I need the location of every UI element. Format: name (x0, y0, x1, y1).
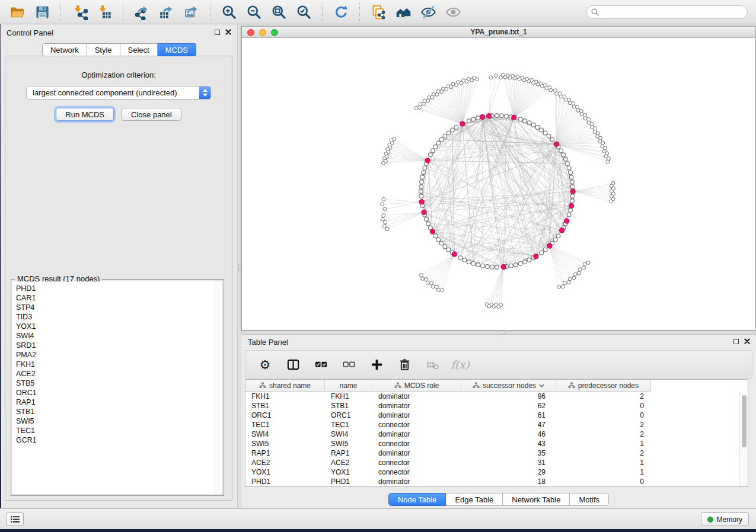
maximize-window-icon[interactable] (271, 29, 278, 36)
dominator-node[interactable] (460, 121, 465, 126)
search-field[interactable] (586, 5, 748, 19)
network-node[interactable] (486, 265, 490, 269)
network-leaf-node[interactable] (436, 289, 440, 292)
network-node[interactable] (547, 134, 551, 138)
tab-mcds[interactable]: MCDS (158, 43, 196, 56)
network-node[interactable] (422, 171, 426, 175)
network-leaf-node[interactable] (583, 262, 586, 266)
network-leaf-node[interactable] (499, 303, 503, 306)
network-node[interactable] (543, 248, 547, 252)
network-leaf-node[interactable] (567, 281, 570, 284)
network-node[interactable] (443, 245, 447, 249)
network-leaf-node[interactable] (425, 278, 428, 281)
dominator-node[interactable] (430, 229, 435, 234)
network-leaf-node[interactable] (420, 274, 423, 277)
network-node[interactable] (471, 117, 476, 121)
column-header-name[interactable]: name (325, 380, 372, 392)
network-node[interactable] (462, 258, 467, 262)
network-node[interactable] (476, 263, 480, 267)
import-network-button[interactable] (69, 1, 90, 23)
network-node[interactable] (450, 128, 454, 132)
table-scrollbar[interactable] (739, 392, 748, 486)
network-node[interactable] (540, 251, 544, 255)
run-mcds-button[interactable]: Run MCDS (56, 108, 114, 121)
network-node[interactable] (535, 126, 540, 130)
network-leaf-node[interactable] (414, 106, 418, 110)
import-table-button[interactable] (94, 1, 115, 23)
table-row[interactable]: YOX1YOX1connector291 (245, 467, 748, 477)
network-leaf-node[interactable] (489, 76, 493, 79)
criterion-select[interactable]: largest connected component (undirected) (26, 86, 211, 100)
network-node[interactable] (570, 180, 575, 184)
network-node[interactable] (467, 260, 471, 264)
network-leaf-node[interactable] (569, 277, 572, 281)
mcds-result-item[interactable]: SWI5 (12, 416, 222, 426)
column-header-successor-nodes[interactable]: successor nodes (461, 380, 556, 392)
zoom-out-button[interactable] (243, 1, 264, 23)
network-node[interactable] (523, 119, 527, 123)
network-node[interactable] (419, 190, 423, 194)
delete-column-button[interactable] (395, 355, 413, 374)
vertical-splitter[interactable] (237, 24, 241, 508)
network-node[interactable] (570, 199, 575, 203)
export-network-button[interactable] (131, 1, 152, 23)
column-header-MCDS-role[interactable]: MCDS role (372, 380, 461, 392)
network-node[interactable] (426, 222, 430, 226)
vertical-splitter-grip[interactable] (238, 264, 240, 271)
network-node[interactable] (431, 149, 435, 153)
deselect-all-rows-button[interactable] (340, 355, 358, 374)
add-column-button[interactable] (368, 355, 385, 374)
network-node[interactable] (433, 145, 438, 149)
tab-motifs[interactable]: Motifs (570, 493, 609, 506)
network-node[interactable] (523, 260, 527, 264)
mcds-result-list[interactable]: PHD1CAR1STP4TID3YOX1SWI4SRD1PMA2FKH1ACE2… (12, 281, 222, 494)
network-node[interactable] (567, 166, 571, 170)
network-node[interactable] (436, 238, 441, 242)
network-node[interactable] (420, 175, 425, 180)
mcds-result-item[interactable]: RAP1 (12, 398, 222, 407)
network-node[interactable] (458, 256, 462, 260)
mcds-result-item[interactable]: STP4 (12, 303, 222, 312)
network-leaf-node[interactable] (382, 197, 385, 201)
network-leaf-node[interactable] (557, 285, 561, 289)
mcds-result-item[interactable]: SRD1 (12, 341, 222, 350)
network-node[interactable] (439, 241, 444, 245)
mcds-result-item[interactable]: STB1 (12, 407, 222, 416)
network-node[interactable] (428, 153, 432, 157)
mcds-result-item[interactable]: TID3 (12, 312, 222, 322)
network-node[interactable] (562, 153, 566, 157)
network-node[interactable] (559, 149, 563, 153)
network-node[interactable] (423, 166, 427, 170)
network-node[interactable] (490, 265, 495, 269)
dominator-node[interactable] (547, 243, 552, 248)
network-node[interactable] (569, 175, 573, 180)
horizontal-splitter[interactable] (241, 331, 756, 335)
network-node[interactable] (543, 131, 547, 135)
select-all-rows-button[interactable] (312, 355, 330, 374)
tab-network[interactable]: Network (42, 43, 87, 56)
mcds-result-item[interactable]: SWI4 (12, 331, 222, 341)
network-node[interactable] (419, 194, 423, 198)
dominator-node[interactable] (501, 264, 506, 269)
network-node[interactable] (471, 261, 476, 265)
refresh-network-button[interactable] (330, 1, 352, 23)
table-row[interactable]: ORC1ORC1dominator610 (245, 411, 748, 420)
network-canvas[interactable] (242, 38, 755, 330)
network-leaf-node[interactable] (382, 214, 385, 217)
network-node[interactable] (500, 114, 504, 118)
table-row[interactable]: STB1STB1dominator620 (245, 401, 748, 411)
network-node[interactable] (454, 126, 458, 130)
table-row[interactable]: TEC1TEC1connector472 (245, 420, 748, 430)
dominator-node[interactable] (564, 219, 569, 223)
network-node[interactable] (553, 238, 557, 242)
zoom-in-button[interactable] (218, 1, 240, 23)
network-node[interactable] (419, 185, 423, 189)
column-settings-button[interactable]: ⚙ (256, 355, 274, 374)
search-input[interactable] (602, 8, 747, 17)
network-node[interactable] (467, 119, 471, 123)
network-node[interactable] (443, 134, 447, 138)
network-leaf-node[interactable] (441, 289, 444, 292)
network-leaf-node[interactable] (384, 220, 387, 224)
network-node[interactable] (518, 117, 522, 121)
zoom-fit-button[interactable] (268, 1, 289, 23)
